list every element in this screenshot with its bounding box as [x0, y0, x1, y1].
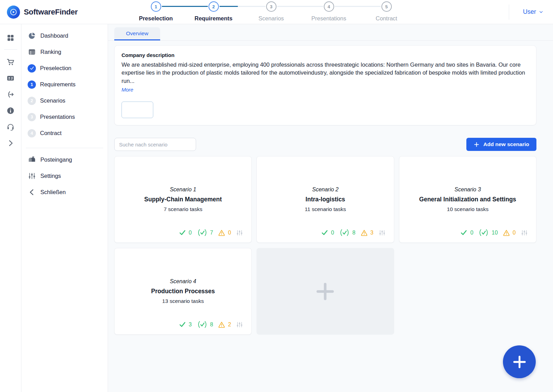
scenario-card-2[interactable]: Scenario 2 Intra-logistics 11 scenario t… — [256, 156, 394, 243]
sliders-icon[interactable] — [379, 229, 386, 236]
scenario-task-count: 11 scenario tasks — [305, 206, 346, 212]
floating-add-button[interactable] — [503, 345, 536, 378]
scenario-title: Production Processes — [151, 288, 215, 295]
sidebar-item-requirements[interactable]: 1 Requirements — [21, 76, 108, 93]
sidebar-item-presentations[interactable]: 3 Presentations — [21, 109, 108, 125]
sidebar-item-ranking[interactable]: Ranking — [21, 44, 108, 60]
contact-card-icon — [7, 74, 14, 82]
add-new-scenario-button[interactable]: Add new scenario — [466, 138, 536, 151]
brand-name: SoftwareFinder — [24, 8, 78, 17]
info-icon — [7, 107, 14, 115]
sliders-icon[interactable] — [236, 321, 243, 328]
user-menu[interactable]: User — [523, 8, 543, 16]
scenario-eyebrow: Scenario 2 — [312, 187, 339, 193]
step-connector — [220, 6, 265, 7]
check-in-parens-icon — [197, 321, 207, 328]
completed-stat: 0 — [321, 229, 334, 236]
support-button[interactable] — [2, 119, 19, 135]
scenario-title: Supply-Chain Management — [144, 196, 222, 203]
warning-triangle-icon — [218, 229, 225, 236]
brand-logo-icon — [7, 6, 20, 19]
logout-button[interactable] — [2, 86, 19, 103]
more-link[interactable]: More — [122, 87, 133, 93]
chevron-left-icon — [28, 188, 36, 197]
headset-icon — [7, 123, 14, 131]
step-number-badge: 3 — [28, 113, 36, 121]
step-circle: 1 — [151, 1, 161, 12]
ranking-table-icon — [28, 48, 36, 56]
scenario-eyebrow: Scenario 1 — [170, 187, 196, 193]
info-button[interactable] — [2, 103, 19, 119]
check-in-parens-icon — [478, 229, 489, 236]
scenario-stats: 0 8 3 — [321, 229, 386, 236]
sidebar-item-posteingang[interactable]: Posteingang — [21, 152, 108, 168]
check-in-parens-icon — [339, 229, 350, 236]
brand-logo: SoftwareFinder — [7, 6, 78, 19]
scenario-title: General Initialization and Settings — [419, 196, 516, 203]
shopping-cart-icon — [7, 58, 14, 66]
scenario-stats: 0 10 0 — [460, 229, 528, 236]
scenario-search-input[interactable] — [114, 138, 196, 151]
scenario-card-4[interactable]: Scenario 4 Production Processes 13 scena… — [114, 248, 252, 335]
expand-rail-button[interactable] — [2, 135, 19, 151]
company-description-text: We are anestablished mid-sized enterpris… — [122, 61, 529, 85]
sliders-icon[interactable] — [236, 229, 243, 236]
step-circle: 2 — [208, 1, 219, 12]
shopping-cart-button[interactable] — [2, 54, 19, 70]
plus-icon — [474, 142, 479, 147]
stepper-step-contract[interactable]: 5 Contract — [358, 1, 415, 22]
scenario-card-1[interactable]: Scenario 1 Supply-Chain Management 7 sce… — [114, 156, 252, 243]
stepper-step-requirements[interactable]: 2 Requirements — [185, 1, 242, 22]
sidebar-item-settings[interactable]: Settings — [21, 168, 108, 184]
stepper-step-preselection[interactable]: 1 Preselection — [127, 1, 185, 22]
logout-icon — [7, 90, 14, 98]
sliders-icon[interactable] — [521, 229, 528, 236]
sidebar-item-schliessen[interactable]: Schließen — [21, 184, 108, 200]
scenario-eyebrow: Scenario 3 — [455, 187, 481, 193]
scenario-grid: Scenario 1 Supply-Chain Management 7 sce… — [114, 156, 536, 335]
scenario-toolbar: Add new scenario — [114, 138, 536, 151]
warning-triangle-icon — [218, 321, 225, 328]
partial-stat: 7 — [197, 229, 213, 236]
tab-overview[interactable]: Overview — [114, 27, 160, 40]
completed-stat: 0 — [460, 229, 473, 236]
step-connector — [277, 6, 323, 7]
stepper-step-presentations[interactable]: 4 Presentations — [300, 1, 358, 22]
scenario-task-count: 13 scenario tasks — [162, 298, 204, 304]
check-icon — [321, 229, 328, 236]
contact-card-button[interactable] — [2, 70, 19, 86]
rail-divider — [4, 49, 17, 50]
company-description-card: Company description We are anestablished… — [114, 45, 536, 125]
scenario-stats: 3 8 2 — [179, 321, 243, 328]
scenario-stats: 0 7 0 — [179, 229, 243, 236]
apps-grid-button[interactable] — [2, 30, 19, 46]
step-circle: 5 — [381, 1, 392, 12]
warning-stat: 3 — [361, 229, 373, 236]
tab-bar: Overview — [108, 27, 553, 41]
check-icon — [179, 229, 186, 236]
check-badge-icon — [28, 64, 36, 73]
step-number-badge: 2 — [28, 97, 36, 105]
warning-triangle-icon — [361, 229, 368, 236]
sidebar-item-preselection[interactable]: Preselection — [21, 60, 108, 76]
description-empty-box[interactable] — [122, 102, 153, 118]
add-scenario-placeholder-card[interactable] — [256, 248, 394, 335]
scenario-title: Intra-logistics — [305, 196, 345, 203]
sidebar-item-contract[interactable]: 4 Contract — [21, 125, 108, 141]
scenario-task-count: 10 scenario tasks — [447, 206, 489, 212]
progress-stepper: 1 Preselection 2 Requirements 3 Scenario… — [127, 1, 415, 22]
check-in-parens-icon — [197, 229, 207, 236]
stepper-step-scenarios[interactable]: 3 Scenarios — [242, 1, 300, 22]
sidebar-item-scenarios[interactable]: 2 Scenarios — [21, 93, 108, 109]
partial-stat: 10 — [478, 229, 498, 236]
pie-chart-icon — [28, 31, 36, 40]
app-header: SoftwareFinder 1 Preselection 2 Requirem… — [0, 0, 553, 24]
scenario-card-3[interactable]: Scenario 3 General Initialization and Se… — [399, 156, 536, 243]
step-circle: 3 — [266, 1, 276, 12]
warning-triangle-icon — [503, 229, 510, 236]
sidebar-item-dashboard[interactable]: Dashboard — [21, 28, 108, 44]
sliders-icon — [28, 172, 36, 180]
warning-stat: 0 — [218, 229, 231, 236]
check-icon — [460, 229, 467, 236]
warning-stat: 0 — [503, 229, 516, 236]
